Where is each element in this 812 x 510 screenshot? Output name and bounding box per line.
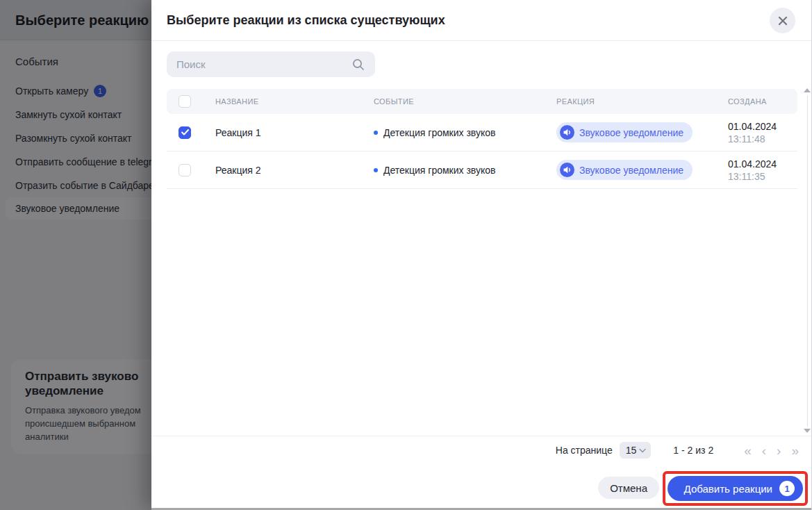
pagination-range: 1 - 2 из 2	[673, 445, 713, 456]
selected-count-badge: 1	[779, 481, 795, 496]
reaction-badge-label: Звуковое уведомление	[579, 127, 683, 138]
column-header-created: СОЗДАНА	[715, 97, 797, 106]
last-page-button[interactable]: »	[791, 444, 799, 457]
column-header-reaction: РЕАКЦИЯ	[544, 97, 715, 106]
pagination: На странице 15 1 - 2 из 2 « ‹ › »	[556, 436, 799, 464]
sound-icon	[560, 125, 574, 140]
table-row[interactable]: Реакция 1 Детекция громких звуков Звуков…	[167, 114, 797, 151]
event-cell: Детекция громких звуков	[361, 127, 544, 138]
modal-title: Выберите реакции из списка существующих	[167, 0, 445, 40]
scrollbar-track[interactable]	[807, 95, 808, 427]
select-all-checkbox[interactable]	[179, 95, 191, 108]
column-header-event: СОБЫТИЕ	[361, 97, 544, 106]
search-input[interactable]	[176, 58, 351, 70]
pagination-arrows: « ‹ › »	[744, 444, 799, 457]
scrollbar-up-arrow[interactable]	[804, 88, 811, 92]
created-cell: 01.04.2024 13:11:48	[715, 120, 797, 145]
table-header-row: НАЗВАНИЕ СОБЫТИЕ РЕАКЦИЯ СОЗДАНА	[167, 89, 797, 114]
scrollbar-down-arrow[interactable]	[804, 429, 811, 433]
reaction-badge: Звуковое уведомление	[556, 122, 693, 142]
add-reactions-label: Добавить реакции	[684, 483, 772, 495]
per-page-value: 15	[626, 445, 637, 456]
chevron-down-icon	[639, 448, 646, 453]
reaction-name: Реакция 2	[203, 165, 361, 176]
event-dot-icon	[374, 131, 378, 135]
row-checkbox[interactable]	[179, 126, 191, 139]
column-header-name: НАЗВАНИЕ	[203, 97, 361, 106]
reactions-table: НАЗВАНИЕ СОБЫТИЕ РЕАКЦИЯ СОЗДАНА Реакция…	[167, 89, 797, 189]
cancel-button[interactable]: Отмена	[598, 477, 659, 499]
created-date: 01.04.2024	[728, 120, 797, 133]
reaction-badge: Звуковое уведомление	[556, 160, 693, 180]
reaction-name: Реакция 1	[203, 127, 361, 138]
next-page-button[interactable]: ›	[777, 444, 781, 457]
sound-icon	[560, 163, 574, 177]
search-icon	[351, 58, 365, 72]
event-cell: Детекция громких звуков	[361, 165, 544, 176]
event-dot-icon	[374, 168, 378, 172]
prev-page-button[interactable]: ‹	[762, 444, 766, 457]
reaction-badge-label: Звуковое уведомление	[579, 165, 683, 176]
row-checkbox[interactable]	[179, 164, 191, 176]
check-icon	[181, 129, 189, 135]
event-label: Детекция громких звуков	[383, 127, 495, 138]
search-box[interactable]	[167, 51, 375, 77]
per-page-label: На странице	[556, 445, 613, 456]
close-icon	[778, 16, 788, 26]
annotation-highlight-box: Добавить реакции 1	[663, 471, 808, 506]
close-button[interactable]	[770, 8, 795, 33]
first-page-button[interactable]: «	[744, 444, 752, 457]
created-time: 13:11:48	[728, 133, 797, 145]
screen: Выберите реакцию н События Открыть камер…	[0, 0, 812, 510]
created-time: 13:11:35	[728, 170, 797, 183]
created-cell: 01.04.2024 13:11:35	[715, 158, 797, 183]
event-label: Детекция громких звуков	[383, 165, 495, 176]
table-row[interactable]: Реакция 2 Детекция громких звуков Звуков…	[167, 151, 797, 189]
select-reactions-modal: Выберите реакции из списка существующих …	[151, 0, 812, 510]
add-reactions-button[interactable]: Добавить реакции 1	[668, 476, 803, 501]
per-page-select[interactable]: 15	[620, 442, 652, 459]
header-divider	[151, 40, 811, 41]
created-date: 01.04.2024	[728, 158, 797, 170]
